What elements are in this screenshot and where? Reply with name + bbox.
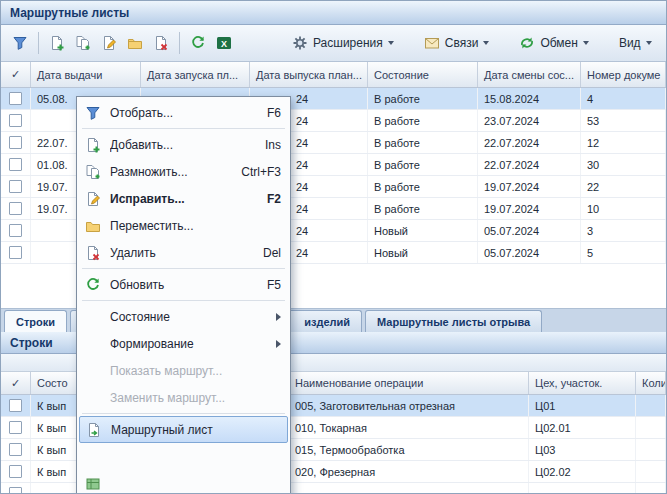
cell-state-change-date: 22.07.2024 bbox=[478, 132, 581, 153]
column-header-check[interactable]: ✓ bbox=[1, 372, 31, 394]
row-checkbox[interactable] bbox=[9, 92, 22, 105]
checkbox-cell bbox=[1, 176, 31, 197]
menu-item-show-route: Показать маршрут... bbox=[79, 357, 288, 384]
column-header-launch-date[interactable]: Дата запуска пл... bbox=[141, 62, 250, 87]
main-table-header: ✓ Дата выдачи Дата запуска пл... Дата вы… bbox=[1, 62, 666, 88]
row-checkbox[interactable] bbox=[9, 180, 22, 193]
checkbox-cell bbox=[1, 88, 31, 109]
edit-doc-icon bbox=[83, 189, 103, 209]
mail-icon bbox=[424, 35, 440, 51]
menu-item-filter[interactable]: Отобрать... F6 bbox=[79, 99, 288, 126]
cell-shop: Ц03 bbox=[529, 439, 636, 460]
row-checkbox[interactable] bbox=[9, 224, 22, 237]
delete-button[interactable] bbox=[148, 30, 174, 56]
refresh-icon bbox=[83, 275, 103, 295]
checkbox-cell bbox=[1, 198, 31, 219]
cell-doc-number: 4 bbox=[581, 88, 666, 109]
menu-item-move[interactable]: Переместить... bbox=[79, 212, 288, 239]
add-doc-icon bbox=[49, 35, 65, 51]
menu-item-formation[interactable]: Формирование bbox=[79, 330, 288, 357]
move-button[interactable] bbox=[122, 30, 148, 56]
column-header-release-date[interactable]: Дата выпуска план... bbox=[250, 62, 368, 87]
row-checkbox[interactable] bbox=[9, 421, 22, 434]
open-folder-icon bbox=[83, 216, 103, 236]
cell-shop: Ц02.02 bbox=[529, 461, 636, 482]
open-folder-icon bbox=[127, 35, 143, 51]
row-checkbox[interactable] bbox=[9, 136, 22, 149]
column-header-doc-number[interactable]: Номер докуме bbox=[581, 62, 666, 87]
excel-export-button[interactable]: X bbox=[211, 30, 237, 56]
column-header-operation[interactable]: Наименование операции bbox=[289, 372, 529, 394]
toolbar-separator bbox=[179, 32, 180, 54]
links-dropdown[interactable]: Связи bbox=[415, 30, 499, 56]
menu-item-partial[interactable] bbox=[79, 470, 288, 494]
row-checkbox[interactable] bbox=[9, 202, 22, 215]
menu-item-refresh[interactable]: Обновить F5 bbox=[79, 271, 288, 298]
column-header-state-change-date[interactable]: Дата смены сос... bbox=[478, 62, 581, 87]
row-checkbox[interactable] bbox=[9, 246, 22, 259]
copy-doc-icon bbox=[83, 162, 103, 182]
cell-qty bbox=[636, 461, 666, 482]
edit-button[interactable] bbox=[96, 30, 122, 56]
svg-text:X: X bbox=[221, 39, 227, 49]
row-checkbox[interactable] bbox=[9, 465, 22, 478]
add-button[interactable] bbox=[44, 30, 70, 56]
column-header-issue-date[interactable]: Дата выдачи bbox=[31, 62, 141, 87]
cell-operation: 005, Заготовительная отрезная bbox=[289, 395, 529, 416]
refresh-button[interactable] bbox=[185, 30, 211, 56]
route-sheet-icon bbox=[84, 420, 104, 440]
exchange-dropdown[interactable]: Обмен bbox=[510, 30, 598, 56]
column-header-qty[interactable]: Колич bbox=[636, 372, 666, 394]
menu-item-delete[interactable]: Удалить Del bbox=[79, 239, 288, 266]
page-title: Маршрутные листы bbox=[10, 6, 129, 20]
cell-state-change-date: 23.07.2024 bbox=[478, 110, 581, 131]
edit-doc-icon bbox=[101, 35, 117, 51]
checkbox-cell bbox=[1, 110, 31, 131]
row-checkbox[interactable] bbox=[9, 487, 22, 494]
cell-shop bbox=[529, 483, 636, 494]
menu-item-route-sheet[interactable]: Маршрутный лист bbox=[79, 416, 288, 443]
cell-operation: 020, Фрезерная bbox=[289, 461, 529, 482]
menu-item-edit[interactable]: Исправить... F2 bbox=[79, 185, 288, 212]
chevron-down-icon bbox=[583, 41, 589, 45]
cell-state: В работе bbox=[368, 198, 478, 219]
row-checkbox[interactable] bbox=[9, 114, 22, 127]
main-toolbar: X Расширения Связи Обмен Вид bbox=[1, 25, 666, 62]
menu-item-add[interactable]: Добавить... Ins bbox=[79, 131, 288, 158]
window-title-bar: Маршрутные листы bbox=[1, 1, 666, 25]
tab-label: Маршрутные листы отрыва bbox=[377, 316, 530, 328]
checkbox-cell bbox=[1, 439, 31, 460]
cell-qty bbox=[636, 395, 666, 416]
row-checkbox[interactable] bbox=[9, 399, 22, 412]
cell-shop: Ц01 bbox=[529, 395, 636, 416]
column-header-check[interactable]: ✓ bbox=[1, 62, 31, 87]
row-checkbox[interactable] bbox=[9, 158, 22, 171]
cell-state: В работе bbox=[368, 154, 478, 175]
duplicate-button[interactable] bbox=[70, 30, 96, 56]
cell-state: В работе bbox=[368, 110, 478, 131]
copy-doc-icon bbox=[75, 35, 91, 51]
cell-state: В работе bbox=[368, 132, 478, 153]
dropdown-label: Обмен bbox=[540, 36, 578, 50]
cell-qty bbox=[636, 417, 666, 438]
menu-item-state[interactable]: Состояние bbox=[79, 303, 288, 330]
view-dropdown[interactable]: Вид bbox=[610, 30, 661, 56]
delete-doc-icon bbox=[153, 35, 169, 51]
cell-operation: 010, Токарная bbox=[289, 417, 529, 438]
dropdown-label: Вид bbox=[619, 36, 641, 50]
cell-state: В работе bbox=[368, 176, 478, 197]
cell-operation bbox=[289, 483, 529, 494]
row-checkbox[interactable] bbox=[9, 443, 22, 456]
icon-placeholder bbox=[83, 388, 103, 408]
tab-stroki[interactable]: Строки bbox=[4, 310, 67, 332]
column-header-shop[interactable]: Цех, участок. bbox=[529, 372, 636, 394]
menu-item-duplicate[interactable]: Размножить... Ctrl+F3 bbox=[79, 158, 288, 185]
column-header-state[interactable]: Состояние bbox=[368, 62, 478, 87]
extensions-dropdown[interactable]: Расширения bbox=[283, 30, 403, 56]
exchange-icon bbox=[519, 35, 535, 51]
cell-shop: Ц02.01 bbox=[529, 417, 636, 438]
cell-operation: 015, Термообработка bbox=[289, 439, 529, 460]
submenu-arrow-icon bbox=[276, 340, 281, 348]
tab-marshrutnye-listy-otryva[interactable]: Маршрутные листы отрыва bbox=[365, 310, 542, 332]
filter-button[interactable] bbox=[7, 30, 33, 56]
